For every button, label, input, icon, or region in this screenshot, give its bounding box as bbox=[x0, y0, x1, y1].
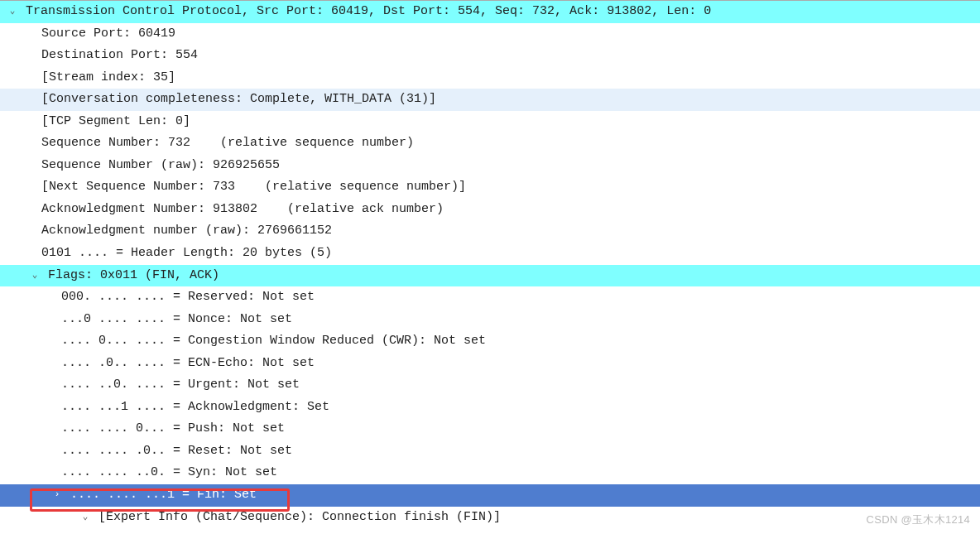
flag-push[interactable]: .... .... 0... = Push: Not set bbox=[0, 418, 980, 440]
tcp-header-text: Transmission Control Protocol, Src Port:… bbox=[26, 4, 711, 18]
packet-details-tree: Transmission Control Protocol, Src Port:… bbox=[0, 1, 980, 528]
field-sequence-number[interactable]: Sequence Number: 732 (relative sequence … bbox=[0, 132, 980, 155]
chevron-down-icon[interactable] bbox=[29, 267, 41, 283]
chevron-down-icon[interactable] bbox=[79, 509, 91, 525]
flag-syn[interactable]: .... .... ..0. = Syn: Not set bbox=[0, 462, 980, 484]
flag-urgent[interactable]: .... ..0. .... = Urgent: Not set bbox=[0, 374, 980, 397]
flag-cwr[interactable]: .... 0... .... = Congestion Window Reduc… bbox=[0, 330, 980, 353]
flag-fin-selected[interactable]: .... .... ...1 = Fin: Set bbox=[0, 484, 980, 507]
field-sequence-number-raw[interactable]: Sequence Number (raw): 926925655 bbox=[0, 155, 980, 177]
chevron-down-icon[interactable] bbox=[7, 3, 18, 19]
flag-ecn[interactable]: .... .0.. .... = ECN-Echo: Not set bbox=[0, 353, 980, 375]
field-ack-number-raw[interactable]: Acknowledgment number (raw): 2769661152 bbox=[0, 220, 980, 243]
field-next-sequence-number[interactable]: [Next Sequence Number: 733 (relative seq… bbox=[0, 176, 980, 199]
field-ack-number[interactable]: Acknowledgment Number: 913802 (relative … bbox=[0, 199, 980, 221]
field-destination-port[interactable]: Destination Port: 554 bbox=[0, 45, 980, 67]
expert-info-row[interactable]: [Expert Info (Chat/Sequence): Connection… bbox=[0, 507, 980, 529]
field-header-length[interactable]: 0101 .... = Header Length: 20 bytes (5) bbox=[0, 243, 980, 265]
field-tcp-segment-len[interactable]: [TCP Segment Len: 0] bbox=[0, 111, 980, 133]
tcp-header-row[interactable]: Transmission Control Protocol, Src Port:… bbox=[0, 1, 980, 23]
field-source-port[interactable]: Source Port: 60419 bbox=[0, 23, 980, 46]
watermark-text: CSDN @玉木木1214 bbox=[867, 510, 970, 529]
flags-header-row[interactable]: Flags: 0x011 (FIN, ACK) bbox=[0, 265, 980, 287]
flag-ack[interactable]: .... ...1 .... = Acknowledgment: Set bbox=[0, 397, 980, 419]
flag-reset[interactable]: .... .... .0.. = Reset: Not set bbox=[0, 440, 980, 463]
flag-nonce[interactable]: ...0 .... .... = Nonce: Not set bbox=[0, 309, 980, 331]
flag-reserved[interactable]: 000. .... .... = Reserved: Not set bbox=[0, 286, 980, 309]
field-stream-index[interactable]: [Stream index: 35] bbox=[0, 67, 980, 89]
chevron-right-icon[interactable] bbox=[51, 487, 63, 503]
field-conversation-completeness[interactable]: [Conversation completeness: Complete, WI… bbox=[0, 89, 980, 111]
flags-header-text: Flags: 0x011 (FIN, ACK) bbox=[48, 268, 219, 282]
